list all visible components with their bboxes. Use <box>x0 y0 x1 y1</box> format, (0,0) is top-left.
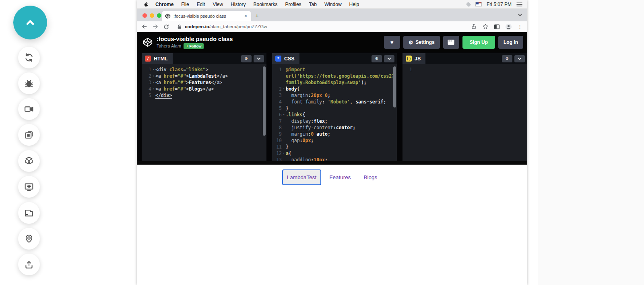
menubar-clock[interactable]: Fri 5:07 PM <box>487 2 512 7</box>
pen-title: :focus-visible pseudo class <box>157 36 233 43</box>
pen-author[interactable]: Tahera Alam <box>157 43 181 48</box>
html-label: HTML <box>154 56 168 62</box>
address-bar[interactable]: codepen.io/alam_tahera/pen/poZZZGw <box>185 24 267 29</box>
css-code-line: family=Roboto&display=swap'); <box>272 79 397 86</box>
menu-item-bookmarks[interactable]: Bookmarks <box>254 2 278 7</box>
share-icon[interactable] <box>471 23 477 30</box>
menu-item-file[interactable]: File <box>181 2 189 7</box>
css-code-line: 13 padding:10px; <box>272 157 397 161</box>
bookmark-star-icon[interactable] <box>482 23 489 30</box>
bug-icon <box>23 78 35 89</box>
apple-icon[interactable] <box>143 2 149 7</box>
html-scrollbar[interactable] <box>263 66 266 136</box>
css-settings-gear-icon[interactable]: ⚙ <box>372 55 382 62</box>
reload-icon[interactable] <box>163 23 169 30</box>
menu-item-edit[interactable]: Edit <box>197 2 205 7</box>
html-code-line: 3▾<a href="#">Features</a> <box>142 79 266 86</box>
menu-item-tab[interactable]: Tab <box>309 2 317 7</box>
preview-link-blogs[interactable]: Blogs <box>359 169 382 185</box>
browser-window: ChromeFileEditViewHistoryBookmarksProfil… <box>137 0 527 285</box>
menu-item-window[interactable]: Window <box>324 2 342 7</box>
preview-link-lambdatest[interactable]: LambdaTest <box>282 169 322 185</box>
editor-resize-handle[interactable] <box>137 161 527 165</box>
js-badge-icon: () <box>406 56 412 62</box>
close-window-button[interactable] <box>142 13 147 18</box>
new-tab-button[interactable]: + <box>255 12 259 19</box>
profile-avatar-icon[interactable] <box>505 23 512 30</box>
overlay-upload-button[interactable] <box>18 254 40 275</box>
css-code-line: 4 font-family: 'Roboto', sans-serif; <box>272 99 397 105</box>
css-code-area[interactable]: 1@importurl('https://fonts.googleapis.co… <box>272 64 397 161</box>
minimize-window-button[interactable] <box>150 13 154 18</box>
forward-icon[interactable] <box>152 23 159 30</box>
html-settings-gear-icon[interactable]: ⚙ <box>241 55 252 62</box>
signup-button[interactable]: Sign Up <box>462 36 495 49</box>
html-tab[interactable]: /HTML <box>142 53 173 64</box>
html-code-line: 1▾<div class="links"> <box>142 66 266 73</box>
traffic-lights <box>142 13 161 18</box>
js-collapse-chevron-icon[interactable] <box>514 55 525 62</box>
photos-icon <box>23 129 35 140</box>
js-tab[interactable]: ()JS <box>402 53 425 64</box>
kebab-menu-icon[interactable]: ⋮ <box>517 24 522 30</box>
css-code-line: 11} <box>272 144 397 150</box>
login-button[interactable]: Log In <box>498 36 523 49</box>
css-code-line: 2▾body{ <box>272 86 397 92</box>
preview-links-row: LambdaTestFeaturesBlogs <box>137 169 527 185</box>
html-collapse-chevron-icon[interactable] <box>254 55 264 62</box>
layout-icon <box>448 39 454 45</box>
menu-item-help[interactable]: Help <box>349 2 359 7</box>
codepen-logo[interactable] <box>142 37 153 48</box>
overlay-sidebar <box>0 0 60 285</box>
css-tab[interactable]: *CSS <box>272 53 299 64</box>
gear-icon: ⚙ <box>409 40 413 45</box>
codepen-header: :focus-visible pseudo class Tahera Alam … <box>137 32 527 52</box>
chevron-up-icon <box>23 16 37 29</box>
status-diamond-icon[interactable] <box>466 2 471 7</box>
js-settings-gear-icon[interactable]: ⚙ <box>502 55 512 62</box>
css-code-line: 1@import <box>272 66 397 73</box>
css-panel-actions: ⚙ <box>372 55 397 62</box>
html-code-line: 2▾<a href="#">LambdaTest</a> <box>142 73 266 79</box>
overlay-main-button[interactable] <box>13 6 47 39</box>
overlay-cube-button[interactable] <box>18 150 40 172</box>
desktop-background <box>538 0 644 285</box>
js-code-area[interactable]: 1 <box>402 64 527 161</box>
tabstrip-chevron-down-icon[interactable] <box>518 12 522 17</box>
us-flag-icon[interactable] <box>475 2 482 6</box>
overlay-location-button[interactable] <box>18 228 40 250</box>
back-icon[interactable] <box>141 23 148 30</box>
lock-icon[interactable] <box>177 24 182 29</box>
overlay-screen-resize-button[interactable] <box>18 176 40 198</box>
js-code-line: 1 <box>402 66 527 73</box>
css-code-line: 5} <box>272 105 397 112</box>
menu-item-view[interactable]: View <box>213 2 223 7</box>
overlay-photos-button[interactable] <box>18 124 40 146</box>
css-collapse-chevron-icon[interactable] <box>384 55 394 62</box>
js-label: JS <box>415 56 421 62</box>
follow-button[interactable]: + Follow <box>184 43 204 49</box>
overlay-video-button[interactable] <box>18 98 40 120</box>
overlay-bug-button[interactable] <box>18 72 40 94</box>
menu-item-history[interactable]: History <box>231 2 246 7</box>
settings-button[interactable]: ⚙Settings <box>403 36 440 49</box>
menu-item-chrome[interactable]: Chrome <box>155 2 173 7</box>
html-panel-actions: ⚙ <box>241 55 266 62</box>
video-icon <box>23 103 35 115</box>
like-button[interactable]: ♥ <box>384 36 400 49</box>
overlay-folder-button[interactable] <box>18 202 40 224</box>
tab-strip: :focus-visible pseudo class × + <box>137 9 527 21</box>
css-code-line: 9 margin:0 auto; <box>272 131 397 137</box>
tab-close-icon[interactable]: × <box>244 13 248 19</box>
html-code-area[interactable]: 1▾<div class="links">2▾<a href="#">Lambd… <box>142 64 266 161</box>
browser-tab[interactable]: :focus-visible pseudo class × <box>162 11 251 21</box>
preview-link-features[interactable]: Features <box>324 169 355 185</box>
tab-title: :focus-visible pseudo class <box>173 14 244 19</box>
menu-item-profiles[interactable]: Profiles <box>285 2 301 7</box>
list-icon[interactable] <box>516 2 522 7</box>
overlay-sync-button[interactable] <box>18 47 40 68</box>
zoom-window-button[interactable] <box>157 13 161 18</box>
change-view-button[interactable] <box>443 36 459 49</box>
css-scrollbar[interactable] <box>393 66 396 107</box>
side-panel-icon[interactable] <box>494 24 500 30</box>
